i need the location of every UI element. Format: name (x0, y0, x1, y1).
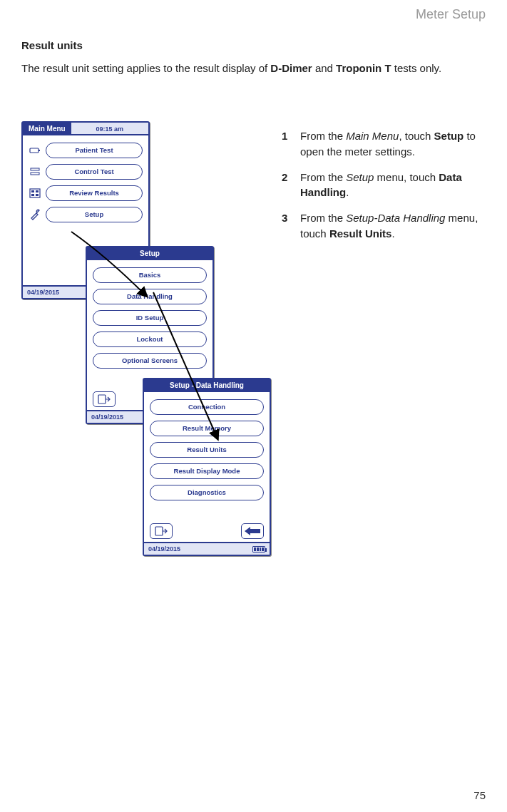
title-bar: Setup - Data Handling (144, 379, 270, 392)
step-body: From the Main Menu, touch Setup to open … (300, 128, 486, 160)
step-body: From the Setup menu, touch Data Handling… (300, 170, 486, 201)
svg-rect-1 (39, 150, 40, 151)
logout-button[interactable] (150, 523, 173, 539)
back-button[interactable] (241, 523, 264, 539)
step-1: 1 From the Main Menu, touch Setup to ope… (282, 128, 486, 160)
result-display-mode-button[interactable]: Result Display Mode (150, 463, 264, 479)
svg-rect-0 (30, 148, 39, 153)
svg-rect-5 (31, 190, 34, 192)
device-screens: Main Menu 09:15 am Patient Test Control … (21, 121, 271, 577)
svg-rect-9 (98, 395, 106, 404)
title-bar: Setup (87, 247, 212, 260)
footer-date: 04/19/2015 (91, 411, 123, 423)
screen-title: Setup (87, 247, 212, 259)
svg-rect-8 (36, 194, 39, 196)
setup-icon (29, 208, 41, 221)
svg-rect-10 (155, 527, 163, 535)
svg-rect-7 (31, 194, 34, 196)
menu-row: Review Results (29, 185, 143, 201)
step-number: 1 (282, 128, 300, 160)
svg-rect-2 (31, 168, 39, 170)
footer-date: 04/19/2015 (27, 286, 59, 299)
intro-text-2: and (312, 62, 336, 74)
back-arrow-icon (245, 527, 260, 535)
review-results-icon (29, 187, 41, 200)
svg-rect-6 (36, 190, 39, 192)
screen-time: 09:15 am (71, 123, 148, 134)
lockout-button[interactable]: Lockout (93, 332, 207, 347)
basics-button[interactable]: Basics (93, 267, 207, 283)
section-title: Result units (21, 39, 83, 51)
patient-test-icon (29, 144, 41, 157)
data-handling-button[interactable]: Data Handling (93, 289, 207, 304)
intro-text-1: The result unit setting applies to the r… (21, 62, 270, 74)
id-setup-button[interactable]: ID Setup (93, 310, 207, 326)
diagnostics-button[interactable]: Diagnostics (150, 485, 264, 500)
optional-screens-button[interactable]: Optional Screens (93, 353, 207, 369)
step-number: 3 (282, 210, 300, 242)
result-memory-button[interactable]: Result Memory (150, 421, 264, 436)
step-3: 3 From the Setup-Data Handling menu, tou… (282, 210, 486, 242)
instructions: 1 From the Main Menu, touch Setup to ope… (282, 128, 486, 252)
title-bar: Main Menu 09:15 am (23, 123, 148, 135)
logout-icon (98, 394, 111, 404)
step-body: From the Setup-Data Handling menu, touch… (300, 210, 486, 242)
connection-button[interactable]: Connection (150, 399, 264, 415)
screen-title: Setup - Data Handling (144, 379, 270, 391)
footer-bar: 04/19/2015 (144, 542, 270, 555)
intro-bold-2: Troponin T (336, 62, 391, 74)
menu-row: Setup (29, 207, 143, 222)
intro-paragraph: The result unit setting applies to the r… (21, 61, 486, 76)
step-number: 2 (282, 170, 300, 201)
review-results-button[interactable]: Review Results (46, 185, 143, 201)
patient-test-button[interactable]: Patient Test (46, 143, 143, 158)
control-test-button[interactable]: Control Test (46, 164, 143, 180)
footer-date: 04/19/2015 (148, 543, 180, 555)
intro-bold-1: D-Dimer (270, 62, 312, 74)
svg-rect-3 (31, 173, 39, 175)
svg-rect-4 (30, 189, 40, 197)
battery-icon (252, 546, 265, 553)
page-number: 75 (473, 789, 486, 801)
control-test-icon (29, 165, 41, 178)
logout-button[interactable] (93, 391, 116, 407)
step-2: 2 From the Setup menu, touch Data Handli… (282, 170, 486, 201)
menu-row: Patient Test (29, 143, 143, 158)
result-units-button[interactable]: Result Units (150, 442, 264, 458)
setup-button[interactable]: Setup (46, 207, 143, 222)
page-header-section: Meter Setup (416, 7, 486, 22)
logout-icon (155, 526, 168, 536)
intro-text-3: tests only. (391, 62, 442, 74)
screen-title: Main Menu (23, 123, 71, 134)
menu-row: Control Test (29, 164, 143, 180)
data-handling-screen: Setup - Data Handling Connection Result … (143, 378, 271, 556)
